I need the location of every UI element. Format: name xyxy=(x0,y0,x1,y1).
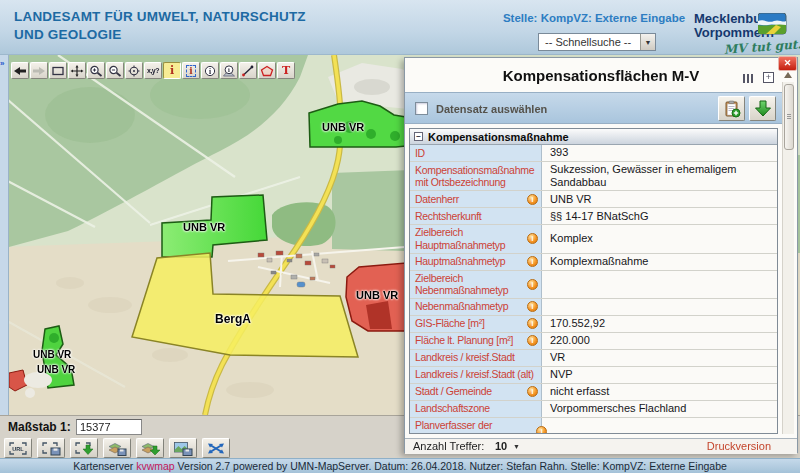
quick-search-value: -- Schnellsuche -- xyxy=(539,36,640,48)
chevron-down-icon: ▼ xyxy=(640,34,655,50)
agency-title-line2: UND GEOLOGIE xyxy=(14,26,306,44)
help-icon[interactable]: i xyxy=(527,194,538,205)
close-icon: ✕ xyxy=(784,58,792,68)
save-map-image-button[interactable] xyxy=(169,438,197,458)
hits-label: Anzahl Treffer: xyxy=(413,440,484,452)
legend-expander-icon[interactable]: » xyxy=(0,59,4,68)
map-area-label: UNB VR xyxy=(356,289,398,301)
query-coordinates-button[interactable]: x,y? xyxy=(144,62,162,79)
export-download-button[interactable] xyxy=(749,96,776,121)
svg-text:i: i xyxy=(228,66,230,73)
logo-slogan: MV tut gut. xyxy=(724,37,800,56)
help-icon[interactable]: i xyxy=(527,318,538,329)
svg-text:i: i xyxy=(209,66,211,75)
field-label-cell: ID xyxy=(410,145,542,161)
object-info-button[interactable]: i xyxy=(201,62,219,79)
table-row: Landkreis / kreisf.StadtVR xyxy=(410,350,777,367)
field-value: 393 xyxy=(542,145,777,161)
panel-scrollbar[interactable] xyxy=(782,82,794,434)
collapse-icon[interactable]: − xyxy=(414,132,423,141)
table-row: HauptmaßnahmetypiKomplexmaßnahme xyxy=(410,254,777,271)
load-layer-settings-button[interactable] xyxy=(136,438,164,458)
legend-strip: » xyxy=(0,55,9,415)
scale-input[interactable] xyxy=(76,419,142,435)
save-layer-settings-button[interactable] xyxy=(103,438,131,458)
table-row: Nebenmaßnahmetypi xyxy=(410,299,777,316)
field-label-cell: Zielbereich Hauptmaßnahmetypi xyxy=(410,225,542,252)
feature-info-box-button[interactable]: i xyxy=(182,62,200,79)
table-row: Stadt / Gemeindeinicht erfasst xyxy=(410,384,777,401)
scroll-up-icon[interactable] xyxy=(784,72,792,78)
panel-title: Kompensationsflächen M-V xyxy=(405,67,797,84)
select-record-checkbox[interactable] xyxy=(415,102,428,115)
feature-info-button[interactable]: i xyxy=(163,62,181,79)
zoom-in-button[interactable] xyxy=(87,62,105,79)
expand-icon[interactable]: + xyxy=(763,72,774,83)
field-label-cell: Stadt / Gemeindei xyxy=(410,384,542,400)
help-icon[interactable]: i xyxy=(527,301,538,312)
help-icon[interactable]: i xyxy=(527,386,538,397)
zoom-out-button[interactable] xyxy=(106,62,124,79)
maximize-map-button[interactable] xyxy=(202,438,230,458)
section-header: − Kompensationsmaßnahme xyxy=(410,129,777,145)
field-value xyxy=(542,418,777,434)
history-forward-button[interactable] xyxy=(30,62,48,79)
history-back-button[interactable] xyxy=(11,62,29,79)
panel-bottom-bar: Anzahl Treffer: 10 ▼ Druckversion xyxy=(405,438,797,454)
field-label: Kompensationsmaßnahme mit Ortsbezeichnun… xyxy=(415,164,538,189)
select-record-label: Datensatz auswählen xyxy=(436,103,547,115)
field-label: Landschaftszone xyxy=(415,402,538,415)
info-icon: i xyxy=(170,64,174,77)
map-area-label: UNB VR xyxy=(37,364,75,375)
area-info-button[interactable]: i xyxy=(220,62,238,79)
field-label-cell: Kompensationsmaßnahme mit Ortsbezeichnun… xyxy=(410,162,542,190)
field-label-cell: Nebenmaßnahmetypi xyxy=(410,299,542,315)
field-label: Landkreis / kreisf.Stadt xyxy=(415,351,538,364)
attribute-panel: Kompensationsflächen M-V + Datensatz aus… xyxy=(404,57,798,453)
quick-search-select[interactable]: -- Schnellsuche -- ▼ xyxy=(538,33,656,51)
kvwmap-link[interactable]: kvwmap xyxy=(136,460,175,472)
help-icon[interactable]: i xyxy=(527,233,538,244)
pan-button[interactable] xyxy=(68,62,86,79)
scale-label: Maßstab 1: xyxy=(8,420,71,434)
help-icon[interactable]: i xyxy=(527,279,538,290)
chevron-down-icon[interactable]: ▼ xyxy=(513,443,520,450)
field-label-cell: Hauptmaßnahmetypi xyxy=(410,254,542,270)
section-title: Kompensationsmaßnahme xyxy=(428,131,569,143)
new-record-button[interactable] xyxy=(718,96,745,121)
field-label-cell: Rechtsherkunft xyxy=(410,208,542,224)
field-label-cell: Zielbereich Nebenmaßnahmetypi xyxy=(410,271,542,298)
columns-icon[interactable] xyxy=(743,74,753,83)
field-label-cell: Landkreis / kreisf.Stadt xyxy=(410,350,542,366)
field-label-cell: Landkreis / kreisf.Stadt (alt) xyxy=(410,367,542,383)
field-value: 220.000 xyxy=(542,333,777,349)
agency-title-line1: LANDESAMT FÜR UMWELT, NATURSCHUTZ xyxy=(14,8,306,26)
load-extent-button[interactable] xyxy=(70,438,98,458)
table-row: LandschaftszoneVorpommersches Flachland xyxy=(410,401,777,418)
save-extent-button[interactable] xyxy=(37,438,65,458)
field-value: §§ 14-17 BNatSchG xyxy=(542,208,777,224)
footer-text-pre: Kartenserver xyxy=(73,460,136,472)
field-label: Stadt / Gemeinde xyxy=(415,385,525,398)
close-button[interactable]: ✕ xyxy=(778,56,797,71)
hits-count-select[interactable]: 10 xyxy=(495,440,507,452)
field-value: Sukzession, Gewässer in ehemaligem Sanda… xyxy=(542,162,777,190)
text-annotation-button[interactable]: T xyxy=(277,62,295,79)
table-row: Rechtsherkunft§§ 14-17 BNatSchG xyxy=(410,208,777,225)
field-value: nicht erfasst xyxy=(542,384,777,400)
redlining-polygon-button[interactable] xyxy=(258,62,276,79)
table-row: GIS-Fläche [m²]i170.552,92 xyxy=(410,316,777,333)
full-extent-button[interactable] xyxy=(49,62,67,79)
extent-url-button[interactable]: URL xyxy=(4,438,32,458)
print-version-link[interactable]: Druckversion xyxy=(707,440,771,452)
field-value: 170.552,92 xyxy=(542,316,777,332)
map-area-label: BergA xyxy=(215,312,251,326)
map-bottom-toolbar: URL xyxy=(4,438,230,458)
help-icon[interactable]: i xyxy=(527,256,538,267)
scrollbar-thumb[interactable] xyxy=(784,84,794,150)
table-row: Kompensationsmaßnahme mit Ortsbezeichnun… xyxy=(410,162,777,191)
measure-button[interactable] xyxy=(239,62,257,79)
help-icon[interactable]: i xyxy=(527,335,538,346)
field-label: Landkreis / kreisf.Stadt (alt) xyxy=(415,368,538,381)
center-point-button[interactable] xyxy=(125,62,143,79)
